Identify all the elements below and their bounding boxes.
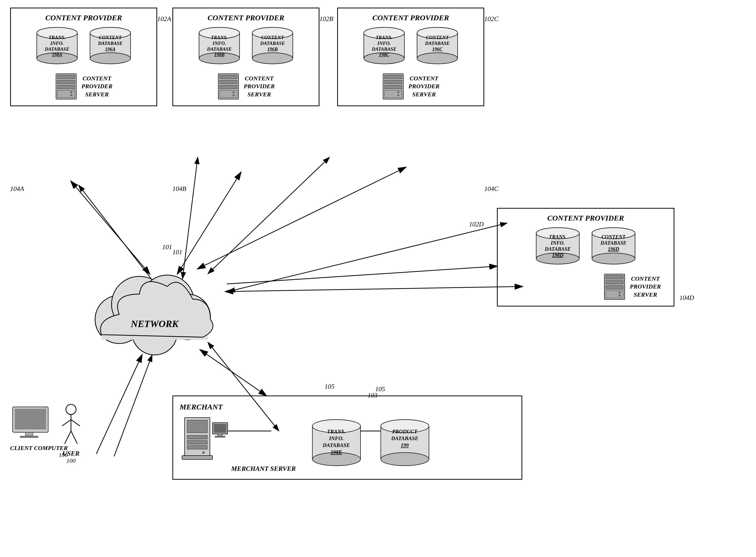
provider-box-102A: CONTENT PROVIDER TRANS.INFO.DATABASE198A [10,8,157,106]
provider-title-102C: CONTENT PROVIDER [343,13,478,22]
svg-point-37 [232,91,234,93]
svg-rect-35 [220,85,237,89]
db-198B: TRANS.INFO.DATABASE198B [195,26,243,67]
db-196D: CONTENTDATABASE196D [588,226,639,268]
server-label-104A: CONTENTPROVIDERSERVER [81,75,113,98]
svg-line-103 [65,431,71,444]
server-label-104D: CONTENTPROVIDERSERVER [630,275,661,299]
svg-rect-66 [606,291,623,298]
ref-100: 100 [58,457,84,464]
svg-rect-80 [187,445,207,449]
svg-rect-98 [20,436,38,438]
svg-line-7 [114,355,152,456]
svg-rect-33 [220,75,237,79]
svg-line-5 [228,223,507,292]
svg-rect-84 [217,434,223,436]
svg-rect-20 [57,85,75,89]
svg-line-101 [62,419,71,426]
ref-104C: 104C [484,185,498,193]
svg-line-104 [71,431,77,444]
svg-rect-18 [57,75,75,79]
svg-line-110 [226,287,522,292]
svg-point-60 [592,253,635,264]
svg-point-38 [232,94,234,96]
svg-point-52 [397,91,399,93]
svg-point-93 [381,452,429,466]
svg-rect-79 [187,440,207,444]
user-label: USER [58,450,84,457]
svg-rect-21 [57,90,75,98]
db-198D: TRANS.INFO.DATABASE198D [532,226,583,268]
svg-point-30 [252,53,293,64]
diagram: CONTENT PROVIDER TRANS.INFO.DATABASE198A [0,0,756,557]
svg-text:NETWORK: NETWORK [130,318,179,329]
svg-line-102 [71,419,80,426]
ref-104D: 104D [679,294,694,302]
svg-rect-48 [384,75,402,79]
ref-101-label: 101 [172,248,182,256]
provider-box-102C: CONTENT PROVIDER TRANS.INFO.DATABASE198C [337,8,484,106]
svg-point-53 [397,94,399,96]
svg-rect-96 [15,409,46,430]
svg-rect-97 [25,432,33,436]
svg-rect-50 [384,85,402,89]
user-figure: USER 100 [58,403,84,464]
server-icon-104C [382,72,405,100]
merchant-title: MERCHANT [179,403,515,411]
svg-point-15 [90,53,130,64]
provider-box-102D: CONTENT PROVIDER TRANS.INFO.DATABASE198D [497,208,674,306]
db-198A: TRANS.INFO.DATABASE198A [33,26,81,67]
svg-rect-78 [187,435,207,439]
merchant-box: MERCHANT [172,395,522,480]
db-196B: CONTENTDATABASE196B [249,26,297,67]
ref-102A: 102A [157,15,171,23]
network-cloud: NETWORK [81,254,228,361]
svg-point-45 [417,53,458,64]
db-196C: CONTENTDATABASE196C [413,26,461,67]
svg-rect-51 [384,90,402,98]
db-198E: TRANS.INFO.DATABASE198E [309,418,364,470]
provider-title-102D: CONTENT PROVIDER [503,214,669,222]
server-icon-104B [217,72,240,100]
ref-104B: 104B [172,185,186,193]
db-196A-label: CONTENTDATABASE196A [98,35,122,52]
svg-rect-64 [606,281,623,284]
svg-rect-86 [182,456,212,460]
server-label-104C: CONTENTPROVIDERSERVER [408,75,440,98]
db-199: PRODUCTDATABASE199 [377,418,433,470]
svg-point-68 [619,295,621,297]
svg-point-81 [202,451,205,454]
ref-104A: 104A [10,185,24,193]
server-icon-104A [55,72,78,100]
svg-rect-63 [606,275,623,279]
db-198A-label: TRANS.INFO.DATABASE198A [45,35,69,57]
svg-point-22 [70,91,72,93]
ref-102D: 102D [469,221,484,228]
ref-105: 105 [324,383,335,390]
provider-title-102A: CONTENT PROVIDER [16,13,151,22]
svg-rect-65 [606,286,623,289]
provider-box-102B: CONTENT PROVIDER TRANS.INFO.DATABASE198B [172,8,319,106]
svg-point-23 [70,94,72,96]
svg-point-99 [66,404,76,414]
svg-point-67 [619,292,621,294]
svg-line-109 [198,167,406,269]
svg-rect-34 [220,80,237,84]
svg-rect-36 [220,90,237,98]
ref-102B: 102B [319,15,333,23]
svg-rect-85 [215,436,225,437]
provider-title-102B: CONTENT PROVIDER [178,13,314,22]
svg-rect-77 [187,420,207,433]
server-icon-104D [603,273,626,301]
db-196A: CONTENTDATABASE196A [86,26,134,67]
merchant-server-icon: MERCHANT SERVER [179,415,296,473]
ref-105-line: 105 [375,385,385,393]
svg-line-112 [96,355,142,454]
server-label-104B: CONTENTPROVIDERSERVER [244,75,275,98]
db-198C: TRANS.INFO.DATABASE198C [360,26,408,67]
merchant-server-label: MERCHANT SERVER [231,465,296,472]
svg-rect-83 [214,424,226,433]
svg-line-114 [227,266,497,284]
client-computer-icon [10,406,56,444]
svg-rect-49 [384,80,402,84]
